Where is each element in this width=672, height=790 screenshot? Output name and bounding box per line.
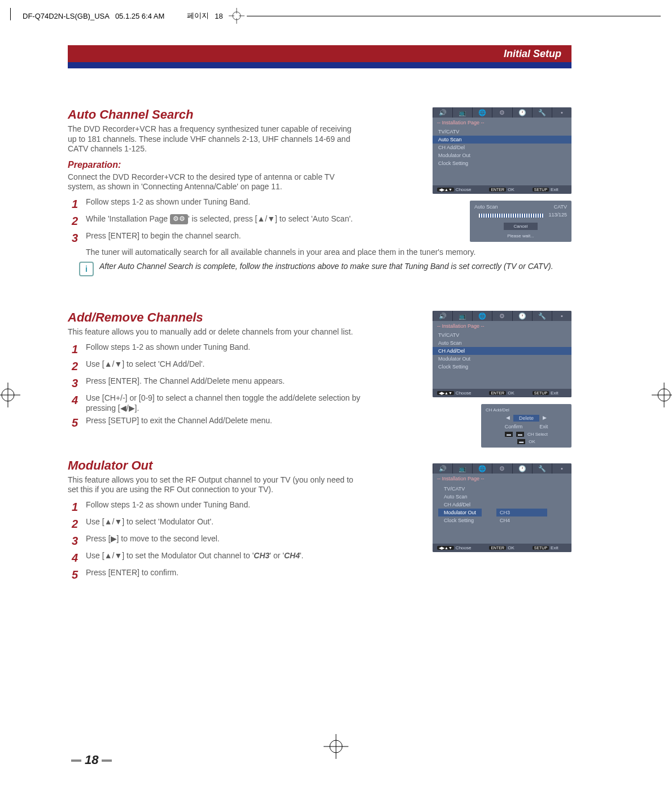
step-num: 3 bbox=[68, 376, 78, 390]
figure-group-1: 🔊📺🌐⚙︎🕐🔧• -- Installation Page -- TV/CATV… bbox=[433, 107, 571, 242]
step-text: Use [CH+/-] or [0-9] to select a channel… bbox=[86, 393, 379, 413]
step-num: 3 bbox=[68, 533, 78, 548]
step-text: Use [▲/▼] to set the Modulator Out chann… bbox=[86, 550, 303, 565]
step-num: 5 bbox=[68, 567, 78, 582]
osd-screenshot: 🔊📺🌐⚙︎🕐🔧• -- Installation Page -- TV/CATV… bbox=[433, 311, 571, 397]
step-text: Use [▲/▼] to select 'Modulator Out'. bbox=[86, 516, 213, 531]
osd-screenshot: 🔊📺🌐⚙︎🕐🔧• -- Installation Page -- TV/CATV… bbox=[433, 463, 571, 552]
step-text: Follow steps 1-2 as shown under Tuning B… bbox=[86, 500, 250, 514]
para: Connect the DVD Recorder+VCR to the desi… bbox=[68, 172, 361, 192]
section-title: Initial Setup bbox=[504, 48, 561, 60]
crop-mark-icon bbox=[229, 8, 245, 24]
step-num: 5 bbox=[68, 415, 78, 430]
section-banner: Initial Setup bbox=[68, 45, 571, 68]
step-num: 4 bbox=[68, 550, 78, 565]
step-num: 2 bbox=[68, 214, 78, 228]
file-name: DF-Q74D2N-LS(GB)_USA bbox=[23, 12, 110, 20]
registration-mark-icon bbox=[652, 383, 672, 407]
info-icon: i bbox=[79, 262, 94, 276]
step-num: 4 bbox=[68, 393, 78, 413]
para: The DVD Recorder+VCR has a frequency syn… bbox=[68, 124, 361, 154]
para: This feature allows you to set the RF Ou… bbox=[68, 475, 361, 495]
header-page: 18 bbox=[215, 12, 222, 20]
step-text: Press [ENTER] to confirm. bbox=[86, 567, 178, 582]
note-block: i After Auto Channel Search is complete,… bbox=[79, 262, 571, 276]
osd-screenshot-scan: Auto ScanCATV 113/125 Cancel Please wait… bbox=[470, 201, 571, 242]
step-num: 1 bbox=[68, 197, 78, 211]
step-num: 3 bbox=[68, 231, 78, 245]
para: This feature allows you to manually add … bbox=[68, 327, 361, 337]
osd-screenshot: 🔊📺🌐⚙︎🕐🔧• -- Installation Page -- TV/CATV… bbox=[433, 107, 571, 194]
step-num: 1 bbox=[68, 500, 78, 514]
registration-mark-icon bbox=[324, 734, 348, 759]
note-text: After Auto Channel Search is complete, f… bbox=[99, 262, 553, 276]
para: The tuner will automatically search for … bbox=[86, 248, 571, 258]
page-number: 18 bbox=[68, 753, 115, 767]
step-num: 2 bbox=[68, 359, 78, 374]
step-text: Follow steps 1-2 as shown under Tuning B… bbox=[86, 197, 250, 211]
step-text: Press [ENTER]. The Channel Add/Delete me… bbox=[86, 376, 285, 390]
file-date: 05.1.25 6:4 AM bbox=[115, 12, 164, 20]
step-text: Press [SETUP] to exit the Channel Add/De… bbox=[86, 415, 272, 430]
installation-icon: ⚙︎⚙︎ bbox=[170, 214, 188, 224]
osd-screenshot-adddel: CH Add/Del ◀Delete▶ ConfirmExit ▬▬CH Sel… bbox=[481, 404, 571, 448]
step-num: 2 bbox=[68, 516, 78, 531]
step-text: Use [▲/▼] to select 'CH Add/Del'. bbox=[86, 359, 204, 374]
step-text: Press [ENTER] to begin the channel searc… bbox=[86, 231, 241, 245]
step-num: 1 bbox=[68, 342, 78, 357]
step-text: Press [▶] to move to the second level. bbox=[86, 533, 220, 548]
figure-group-2: 🔊📺🌐⚙︎🕐🔧• -- Installation Page -- TV/CATV… bbox=[433, 311, 571, 448]
step-text: Follow steps 1-2 as shown under Tuning B… bbox=[86, 342, 250, 357]
figure-group-3: 🔊📺🌐⚙︎🕐🔧• -- Installation Page -- TV/CATV… bbox=[433, 463, 571, 552]
registration-mark-icon bbox=[0, 383, 20, 407]
print-header: DF-Q74D2N-LS(GB)_USA 05.1.25 6:4 AM 페이지 … bbox=[23, 8, 661, 24]
step-text: While 'Installation Page ⚙︎⚙︎' is select… bbox=[86, 214, 353, 228]
